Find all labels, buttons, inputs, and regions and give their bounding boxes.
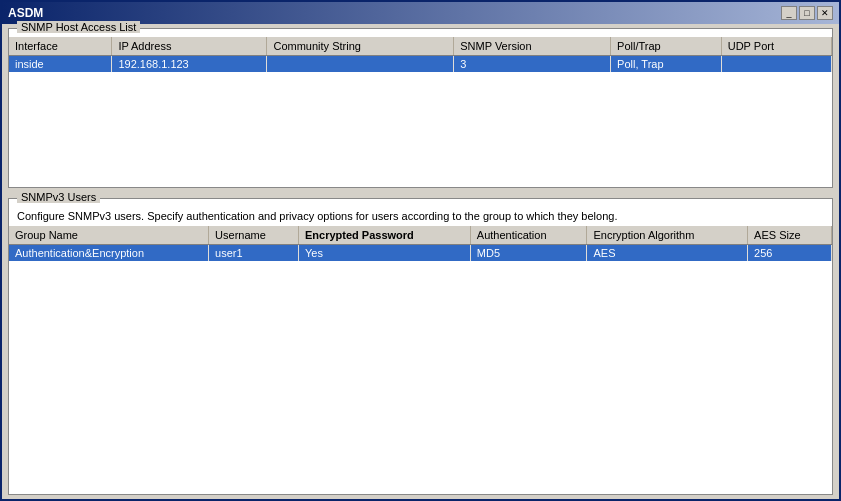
snmpv3-header-row: Group Name Username Encrypted Password A… bbox=[9, 226, 832, 245]
maximize-button[interactable]: □ bbox=[799, 6, 815, 20]
col-encrypted-password: Encrypted Password bbox=[299, 226, 471, 245]
col-poll-trap: Poll/Trap bbox=[611, 37, 722, 56]
cell-username: user1 bbox=[209, 245, 299, 262]
cell-udp-port bbox=[721, 56, 831, 73]
cell-encryption-algorithm: AES bbox=[587, 245, 748, 262]
snmp-host-table: Interface IP Address Community String SN… bbox=[9, 37, 832, 72]
content-area: SNMP Host Access List Interface IP Addre… bbox=[2, 24, 839, 499]
window-controls: _ □ ✕ bbox=[781, 6, 833, 20]
snmp-host-legend: SNMP Host Access List bbox=[17, 21, 140, 33]
col-aes-size: AES Size bbox=[748, 226, 832, 245]
cell-interface: inside bbox=[9, 56, 112, 73]
snmpv3-legend: SNMPv3 Users bbox=[17, 191, 100, 203]
cell-community-string bbox=[267, 56, 454, 73]
col-snmp-version: SNMP Version bbox=[454, 37, 611, 56]
snmp-host-row[interactable]: inside 192.168.1.123 3 Poll, Trap bbox=[9, 56, 832, 73]
col-interface: Interface bbox=[9, 37, 112, 56]
minimize-button[interactable]: _ bbox=[781, 6, 797, 20]
main-window: ASDM _ □ ✕ SNMP Host Access List Interfa… bbox=[0, 0, 841, 501]
cell-group-name: Authentication&Encryption bbox=[9, 245, 209, 262]
col-encryption-algorithm: Encryption Algorithm bbox=[587, 226, 748, 245]
col-authentication: Authentication bbox=[470, 226, 587, 245]
cell-ip-address: 192.168.1.123 bbox=[112, 56, 267, 73]
snmp-host-table-container: Interface IP Address Community String SN… bbox=[9, 37, 832, 72]
cell-authentication: MD5 bbox=[470, 245, 587, 262]
cell-aes-size: 256 bbox=[748, 245, 832, 262]
col-udp-port: UDP Port bbox=[721, 37, 831, 56]
snmpv3-user-row[interactable]: Authentication&Encryption user1 Yes MD5 … bbox=[9, 245, 832, 262]
cell-snmp-version: 3 bbox=[454, 56, 611, 73]
snmp-host-section: SNMP Host Access List Interface IP Addre… bbox=[8, 28, 833, 188]
col-username: Username bbox=[209, 226, 299, 245]
close-button[interactable]: ✕ bbox=[817, 6, 833, 20]
snmpv3-section: SNMPv3 Users Configure SNMPv3 users. Spe… bbox=[8, 198, 833, 495]
col-community-string: Community String bbox=[267, 37, 454, 56]
snmpv3-table: Group Name Username Encrypted Password A… bbox=[9, 226, 832, 261]
snmpv3-description: Configure SNMPv3 users. Specify authenti… bbox=[9, 207, 832, 226]
window-title: ASDM bbox=[8, 6, 43, 20]
snmp-host-header-row: Interface IP Address Community String SN… bbox=[9, 37, 832, 56]
col-group-name: Group Name bbox=[9, 226, 209, 245]
cell-encrypted-password: Yes bbox=[299, 245, 471, 262]
snmpv3-table-container: Group Name Username Encrypted Password A… bbox=[9, 226, 832, 261]
cell-poll-trap: Poll, Trap bbox=[611, 56, 722, 73]
col-ip-address: IP Address bbox=[112, 37, 267, 56]
